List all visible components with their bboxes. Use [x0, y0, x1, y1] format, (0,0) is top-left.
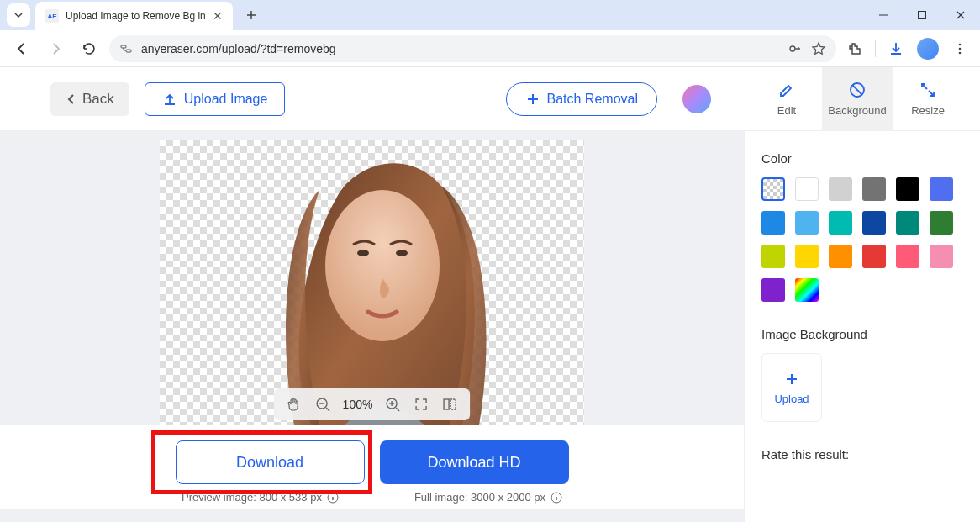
svg-point-4 — [959, 43, 962, 45]
result-image — [261, 140, 496, 425]
svg-rect-0 — [919, 12, 926, 19]
color-swatch[interactable] — [930, 211, 953, 235]
color-swatch[interactable] — [862, 245, 886, 268]
canvas[interactable]: 100% — [160, 140, 584, 425]
svg-point-10 — [396, 250, 408, 256]
svg-point-8 — [325, 190, 440, 341]
color-swatch[interactable] — [896, 211, 919, 235]
svg-rect-1 — [121, 45, 126, 48]
close-tab-icon[interactable]: ✕ — [213, 9, 223, 23]
zoom-in-icon[interactable] — [384, 396, 401, 413]
compare-icon[interactable] — [441, 396, 458, 413]
color-swatch[interactable] — [761, 245, 785, 268]
chevron-left-icon — [66, 93, 77, 105]
plus-icon — [783, 371, 800, 388]
color-swatch[interactable] — [862, 211, 886, 235]
site-settings-icon[interactable] — [119, 42, 133, 55]
address-bar: anyeraser.com/upload/?td=removebg — [0, 30, 980, 67]
close-window-button[interactable] — [941, 0, 980, 30]
download-row: Download Download HD — [0, 425, 744, 491]
color-heading: Color — [761, 151, 963, 166]
color-swatch[interactable] — [862, 177, 886, 201]
svg-point-5 — [959, 47, 962, 50]
color-swatch[interactable] — [795, 211, 819, 235]
color-swatch[interactable] — [896, 245, 919, 268]
tab-edit-label: Edit — [777, 104, 796, 117]
url-input[interactable]: anyeraser.com/upload/?td=removebg — [109, 35, 836, 62]
tab-resize-label: Resize — [911, 104, 945, 117]
preview-size-info: Preview image: 800 x 533 px — [182, 491, 339, 504]
color-swatch[interactable] — [795, 245, 819, 268]
tab-search-button[interactable] — [7, 3, 30, 27]
background-icon — [848, 81, 867, 99]
info-row: Preview image: 800 x 533 px Full image: … — [0, 491, 744, 509]
resize-icon — [919, 81, 937, 99]
app-header: Back Upload Image Batch Removal Edit Bac… — [0, 67, 980, 131]
extensions-icon[interactable] — [843, 37, 867, 61]
color-swatch[interactable] — [761, 278, 785, 302]
password-key-icon[interactable] — [788, 41, 803, 56]
color-swatch[interactable] — [829, 177, 852, 201]
color-swatches — [761, 177, 963, 302]
batch-removal-button[interactable]: Batch Removal — [506, 82, 658, 116]
side-panel: Color Image Background Upload Rate this … — [745, 131, 980, 522]
zoom-value: 100% — [343, 398, 373, 411]
profile-icon[interactable] — [916, 37, 940, 61]
color-swatch[interactable] — [761, 177, 785, 201]
color-swatch[interactable] — [896, 177, 919, 201]
tab-edit[interactable]: Edit — [751, 67, 822, 131]
plus-icon — [525, 92, 540, 107]
main-area: 100% Download Download HD Preview image:… — [0, 131, 980, 522]
tab-title: Upload Image to Remove Bg in — [66, 10, 206, 22]
svg-point-9 — [357, 250, 369, 256]
upload-image-button[interactable]: Upload Image — [145, 82, 286, 116]
tab-background[interactable]: Background — [822, 67, 893, 131]
color-swatch[interactable] — [761, 211, 785, 235]
maximize-button[interactable] — [903, 0, 941, 30]
back-label: Back — [82, 91, 114, 108]
color-swatch[interactable] — [930, 177, 953, 201]
nav-back-button[interactable] — [8, 35, 35, 62]
upload-label: Upload Image — [184, 92, 268, 107]
upload-background-button[interactable]: Upload — [761, 353, 822, 422]
upload-icon — [162, 92, 177, 107]
zoom-out-icon[interactable] — [314, 396, 331, 413]
reload-button[interactable] — [76, 35, 103, 62]
fullscreen-icon[interactable] — [413, 396, 429, 413]
svg-rect-2 — [126, 50, 131, 52]
download-hd-button[interactable]: Download HD — [380, 440, 569, 484]
browser-tab-strip: AE Upload Image to Remove Bg in ✕ — [0, 0, 980, 30]
svg-point-6 — [959, 51, 962, 54]
color-swatch[interactable] — [795, 177, 819, 201]
color-swatch[interactable] — [829, 245, 852, 268]
tab-background-label: Background — [828, 104, 886, 117]
downloads-icon[interactable] — [884, 37, 908, 61]
color-swatch[interactable] — [795, 278, 819, 302]
color-swatch[interactable] — [930, 245, 953, 268]
download-button[interactable]: Download — [176, 440, 365, 484]
browser-tab[interactable]: AE Upload Image to Remove Bg in ✕ — [35, 2, 233, 30]
bookmark-star-icon[interactable] — [811, 41, 826, 56]
svg-rect-14 — [450, 399, 456, 409]
full-size-info: Full image: 3000 x 2000 px — [414, 491, 562, 504]
svg-point-3 — [790, 46, 795, 51]
rate-heading: Rate this result: — [761, 447, 963, 461]
upload-bg-label: Upload — [774, 393, 809, 405]
new-tab-button[interactable] — [240, 3, 263, 27]
user-avatar[interactable] — [682, 85, 711, 113]
nav-forward-button[interactable] — [42, 35, 69, 62]
canvas-area: 100% Download Download HD Preview image:… — [0, 131, 745, 522]
minimize-button[interactable] — [864, 0, 903, 30]
separator — [875, 40, 876, 57]
color-swatch[interactable] — [829, 211, 852, 235]
zoom-toolbar: 100% — [274, 388, 471, 420]
tab-resize[interactable]: Resize — [893, 67, 963, 131]
tab-favicon: AE — [45, 9, 59, 23]
url-text: anyeraser.com/upload/?td=removebg — [141, 42, 779, 55]
back-button[interactable]: Back — [50, 82, 129, 116]
tool-tabs: Edit Background Resize — [751, 67, 963, 131]
pan-hand-icon[interactable] — [286, 396, 303, 413]
edit-icon — [777, 81, 796, 99]
info-icon — [327, 492, 339, 504]
menu-dots-icon[interactable] — [948, 37, 972, 61]
